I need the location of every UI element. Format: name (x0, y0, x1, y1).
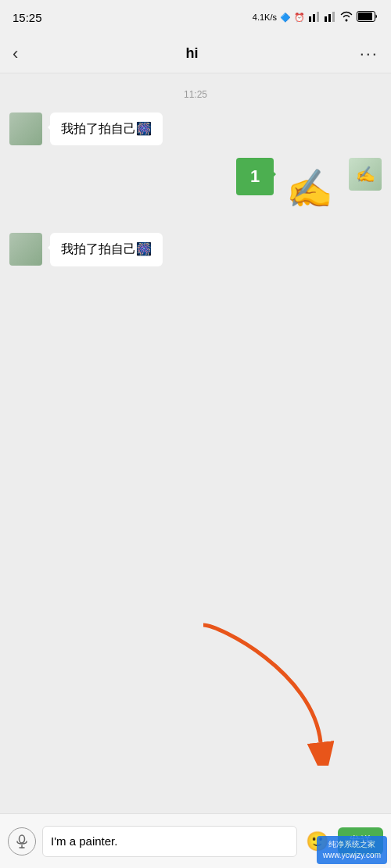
battery-icon (357, 11, 378, 23)
message-row-2: 我拍了拍自己🎆 (9, 233, 382, 266)
nav-bar: ‹ hi ··· (0, 34, 391, 73)
signal-icon1 (308, 10, 321, 24)
svg-rect-4 (328, 14, 331, 22)
bubble-received: 我拍了拍自己🎆 (50, 113, 163, 145)
svg-rect-8 (358, 13, 372, 20)
status-icons: 4.1K/s 🔷 ⏰ (253, 10, 378, 24)
voice-button[interactable] (8, 827, 36, 855)
network-speed: 4.1K/s (253, 13, 277, 22)
bluetooth-icon: 🔷 (280, 13, 291, 23)
svg-rect-2 (317, 12, 319, 22)
sticker-emoji: ✍️ (286, 167, 333, 211)
chat-title: hi (185, 45, 198, 62)
avatar-received (9, 113, 42, 145)
avatar-received-2 (9, 233, 42, 266)
message-text: 我拍了拍自己🎆 (61, 122, 152, 135)
svg-rect-0 (309, 16, 311, 22)
message-input[interactable] (42, 826, 297, 857)
message-row: 我拍了拍自己🎆 (9, 113, 382, 145)
watermark-line1: 纯净系统之家 (323, 839, 381, 850)
bubble-received-2: 我拍了拍自己🎆 (50, 233, 163, 266)
watermark-line2: www.ycwjzy.com (323, 850, 381, 861)
avatar-sent: ✍️ (349, 158, 382, 191)
svg-rect-3 (325, 16, 327, 22)
message-timestamp: 11:25 (9, 89, 382, 100)
back-button[interactable]: ‹ (13, 41, 24, 67)
status-time: 15:25 (13, 11, 42, 24)
svg-rect-1 (313, 14, 315, 22)
watermark: 纯净系统之家 www.ycwjzy.com (317, 836, 387, 864)
more-button[interactable]: ··· (360, 44, 378, 64)
message-text-2: 我拍了拍自己🎆 (61, 242, 152, 255)
status-bar: 15:25 4.1K/s 🔷 ⏰ (0, 0, 391, 34)
signal-icon2 (324, 10, 336, 24)
svg-rect-5 (332, 12, 335, 22)
bubble-number: 1 (236, 158, 274, 195)
alarm-icon: ⏰ (294, 13, 305, 23)
sticker-bubble: ✍️ (278, 158, 341, 220)
svg-point-10 (20, 835, 25, 843)
message-row-sent: ✍️ 1 ✍️ (9, 158, 382, 220)
number-value: 1 (250, 166, 260, 187)
chat-area: 11:25 我拍了拍自己🎆 ✍️ 1 ✍️ 我拍了拍自己🎆 (0, 73, 391, 813)
wifi-icon (339, 11, 353, 23)
